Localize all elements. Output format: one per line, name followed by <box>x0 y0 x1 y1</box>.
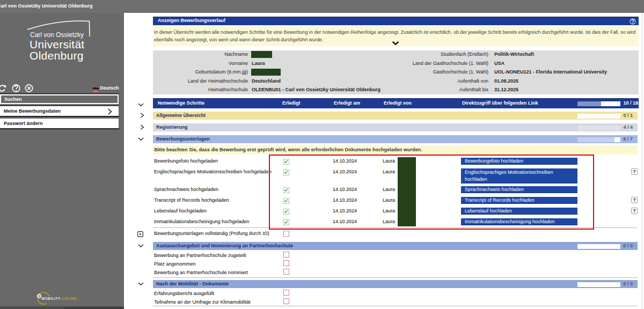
svg-text:MOBILITY-ONLINE: MOBILITY-ONLINE <box>42 297 77 300</box>
